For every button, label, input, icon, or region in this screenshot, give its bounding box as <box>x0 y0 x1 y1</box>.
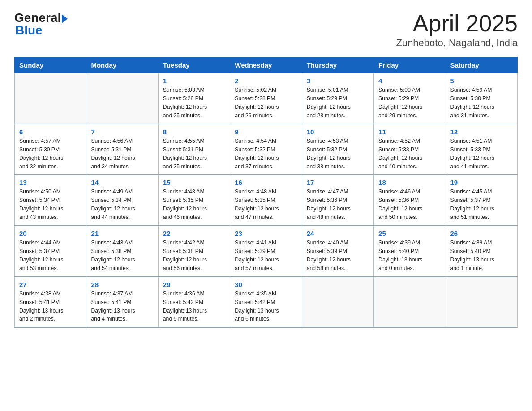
day-info: Sunrise: 5:03 AM Sunset: 5:28 PM Dayligh… <box>163 87 207 119</box>
calendar-cell: 24Sunrise: 4:40 AM Sunset: 5:39 PM Dayli… <box>302 226 373 277</box>
day-info: Sunrise: 5:02 AM Sunset: 5:28 PM Dayligh… <box>235 87 279 119</box>
title-block: April 2025 Zunheboto, Nagaland, India <box>396 11 518 49</box>
day-number: 4 <box>378 77 441 85</box>
day-info: Sunrise: 4:45 AM Sunset: 5:37 PM Dayligh… <box>450 188 494 220</box>
calendar-week-5: 27Sunrise: 4:38 AM Sunset: 5:41 PM Dayli… <box>15 277 518 328</box>
day-info: Sunrise: 4:44 AM Sunset: 5:37 PM Dayligh… <box>19 240 63 271</box>
day-info: Sunrise: 4:51 AM Sunset: 5:33 PM Dayligh… <box>450 138 494 170</box>
day-info: Sunrise: 4:52 AM Sunset: 5:33 PM Dayligh… <box>378 138 422 170</box>
day-number: 19 <box>450 179 513 186</box>
calendar-cell: 16Sunrise: 4:48 AM Sunset: 5:35 PM Dayli… <box>230 175 302 226</box>
day-number: 6 <box>19 128 82 136</box>
day-info: Sunrise: 4:48 AM Sunset: 5:35 PM Dayligh… <box>235 188 279 220</box>
calendar-cell: 14Sunrise: 4:49 AM Sunset: 5:34 PM Dayli… <box>86 175 158 226</box>
day-info: Sunrise: 4:57 AM Sunset: 5:30 PM Dayligh… <box>19 138 63 170</box>
column-header-tuesday: Tuesday <box>158 57 230 73</box>
calendar-cell: 27Sunrise: 4:38 AM Sunset: 5:41 PM Dayli… <box>15 277 86 328</box>
calendar-cell: 22Sunrise: 4:42 AM Sunset: 5:38 PM Dayli… <box>158 226 230 277</box>
page-header: General Blue April 2025 Zunheboto, Nagal… <box>14 11 518 49</box>
day-info: Sunrise: 4:36 AM Sunset: 5:42 PM Dayligh… <box>163 291 207 322</box>
calendar-cell <box>15 73 86 124</box>
calendar-cell: 25Sunrise: 4:39 AM Sunset: 5:40 PM Dayli… <box>374 226 446 277</box>
day-number: 14 <box>91 179 153 186</box>
day-number: 18 <box>378 179 441 186</box>
day-info: Sunrise: 4:37 AM Sunset: 5:41 PM Dayligh… <box>91 291 135 322</box>
calendar-cell: 18Sunrise: 4:46 AM Sunset: 5:36 PM Dayli… <box>374 175 446 226</box>
calendar-cell <box>446 277 517 328</box>
calendar-week-1: 1Sunrise: 5:03 AM Sunset: 5:28 PM Daylig… <box>15 73 518 124</box>
calendar-cell: 1Sunrise: 5:03 AM Sunset: 5:28 PM Daylig… <box>158 73 230 124</box>
column-header-monday: Monday <box>86 57 158 73</box>
day-number: 24 <box>307 230 369 237</box>
calendar-cell: 20Sunrise: 4:44 AM Sunset: 5:37 PM Dayli… <box>15 226 86 277</box>
day-info: Sunrise: 4:49 AM Sunset: 5:34 PM Dayligh… <box>91 188 135 220</box>
day-info: Sunrise: 4:43 AM Sunset: 5:38 PM Dayligh… <box>91 240 135 271</box>
calendar-week-2: 6Sunrise: 4:57 AM Sunset: 5:30 PM Daylig… <box>15 124 518 175</box>
calendar-body: 1Sunrise: 5:03 AM Sunset: 5:28 PM Daylig… <box>15 73 518 328</box>
day-number: 5 <box>450 77 513 85</box>
day-info: Sunrise: 4:53 AM Sunset: 5:32 PM Dayligh… <box>307 138 351 170</box>
day-number: 2 <box>235 77 297 85</box>
day-number: 26 <box>450 230 513 237</box>
calendar-cell: 15Sunrise: 4:48 AM Sunset: 5:35 PM Dayli… <box>158 175 230 226</box>
calendar-cell: 8Sunrise: 4:55 AM Sunset: 5:31 PM Daylig… <box>158 124 230 175</box>
day-number: 29 <box>163 281 225 288</box>
day-number: 20 <box>19 230 82 237</box>
day-info: Sunrise: 4:41 AM Sunset: 5:39 PM Dayligh… <box>235 240 279 271</box>
day-info: Sunrise: 5:01 AM Sunset: 5:29 PM Dayligh… <box>307 87 351 119</box>
calendar-header: SundayMondayTuesdayWednesdayThursdayFrid… <box>15 57 518 73</box>
calendar-cell: 17Sunrise: 4:47 AM Sunset: 5:36 PM Dayli… <box>302 175 373 226</box>
calendar-cell: 11Sunrise: 4:52 AM Sunset: 5:33 PM Dayli… <box>374 124 446 175</box>
day-info: Sunrise: 4:39 AM Sunset: 5:40 PM Dayligh… <box>450 240 494 271</box>
day-number: 8 <box>163 128 225 136</box>
day-info: Sunrise: 4:56 AM Sunset: 5:31 PM Dayligh… <box>91 138 135 170</box>
day-number: 13 <box>19 179 82 186</box>
calendar-cell <box>86 73 158 124</box>
header-row: SundayMondayTuesdayWednesdayThursdayFrid… <box>15 57 518 73</box>
calendar-cell: 21Sunrise: 4:43 AM Sunset: 5:38 PM Dayli… <box>86 226 158 277</box>
day-number: 1 <box>163 77 225 85</box>
day-info: Sunrise: 4:47 AM Sunset: 5:36 PM Dayligh… <box>307 188 351 220</box>
calendar-cell: 28Sunrise: 4:37 AM Sunset: 5:41 PM Dayli… <box>86 277 158 328</box>
calendar-cell: 4Sunrise: 5:00 AM Sunset: 5:29 PM Daylig… <box>374 73 446 124</box>
day-number: 10 <box>307 128 369 136</box>
day-info: Sunrise: 4:54 AM Sunset: 5:32 PM Dayligh… <box>235 138 279 170</box>
day-info: Sunrise: 4:55 AM Sunset: 5:31 PM Dayligh… <box>163 138 207 170</box>
calendar-cell: 6Sunrise: 4:57 AM Sunset: 5:30 PM Daylig… <box>15 124 86 175</box>
calendar-table: SundayMondayTuesdayWednesdayThursdayFrid… <box>14 57 518 328</box>
month-title: April 2025 <box>396 11 518 36</box>
day-number: 17 <box>307 179 369 186</box>
day-number: 21 <box>91 230 153 237</box>
logo: General Blue <box>14 11 68 38</box>
day-info: Sunrise: 4:59 AM Sunset: 5:30 PM Dayligh… <box>450 87 494 119</box>
calendar-cell: 12Sunrise: 4:51 AM Sunset: 5:33 PM Dayli… <box>446 124 517 175</box>
day-number: 7 <box>91 128 153 136</box>
day-number: 16 <box>235 179 297 186</box>
day-info: Sunrise: 4:48 AM Sunset: 5:35 PM Dayligh… <box>163 188 207 220</box>
day-number: 11 <box>378 128 441 136</box>
calendar-cell: 5Sunrise: 4:59 AM Sunset: 5:30 PM Daylig… <box>446 73 517 124</box>
day-info: Sunrise: 4:46 AM Sunset: 5:36 PM Dayligh… <box>378 188 422 220</box>
logo-arrow-icon <box>62 14 68 23</box>
day-info: Sunrise: 5:00 AM Sunset: 5:29 PM Dayligh… <box>378 87 422 119</box>
calendar-cell: 2Sunrise: 5:02 AM Sunset: 5:28 PM Daylig… <box>230 73 302 124</box>
day-number: 22 <box>163 230 225 237</box>
calendar-cell <box>302 277 373 328</box>
day-info: Sunrise: 4:35 AM Sunset: 5:42 PM Dayligh… <box>235 291 279 322</box>
day-info: Sunrise: 4:42 AM Sunset: 5:38 PM Dayligh… <box>163 240 207 271</box>
day-info: Sunrise: 4:39 AM Sunset: 5:40 PM Dayligh… <box>378 240 422 271</box>
column-header-friday: Friday <box>374 57 446 73</box>
column-header-thursday: Thursday <box>302 57 373 73</box>
calendar-cell: 9Sunrise: 4:54 AM Sunset: 5:32 PM Daylig… <box>230 124 302 175</box>
logo-blue-text: Blue <box>15 23 43 38</box>
day-number: 28 <box>91 281 153 288</box>
calendar-cell: 13Sunrise: 4:50 AM Sunset: 5:34 PM Dayli… <box>15 175 86 226</box>
day-info: Sunrise: 4:38 AM Sunset: 5:41 PM Dayligh… <box>19 291 63 322</box>
day-number: 15 <box>163 179 225 186</box>
day-number: 27 <box>19 281 82 288</box>
calendar-cell: 23Sunrise: 4:41 AM Sunset: 5:39 PM Dayli… <box>230 226 302 277</box>
calendar-week-3: 13Sunrise: 4:50 AM Sunset: 5:34 PM Dayli… <box>15 175 518 226</box>
calendar-cell: 19Sunrise: 4:45 AM Sunset: 5:37 PM Dayli… <box>446 175 517 226</box>
calendar-cell: 26Sunrise: 4:39 AM Sunset: 5:40 PM Dayli… <box>446 226 517 277</box>
day-number: 23 <box>235 230 297 237</box>
